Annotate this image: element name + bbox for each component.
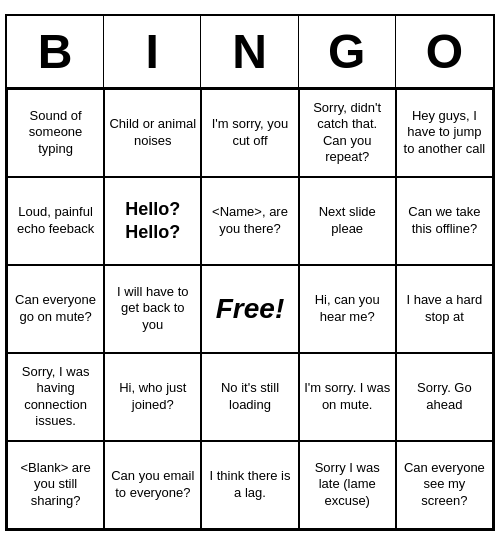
bingo-letter-o: O	[396, 16, 493, 87]
bingo-letter-g: G	[299, 16, 396, 87]
bingo-cell-10[interactable]: Can everyone go on mute?	[7, 265, 104, 353]
bingo-cell-15[interactable]: Sorry, I was having connection issues.	[7, 353, 104, 441]
bingo-cell-21[interactable]: Can you email to everyone?	[104, 441, 201, 529]
bingo-cell-2[interactable]: I'm sorry, you cut off	[201, 89, 298, 177]
bingo-cell-5[interactable]: Loud, painful echo feeback	[7, 177, 104, 265]
bingo-letter-n: N	[201, 16, 298, 87]
bingo-cell-8[interactable]: Next slide pleae	[299, 177, 396, 265]
bingo-grid: Sound of someone typingChild or animal n…	[7, 89, 493, 529]
bingo-cell-18[interactable]: I'm sorry. I was on mute.	[299, 353, 396, 441]
bingo-header: BINGO	[7, 16, 493, 89]
bingo-cell-9[interactable]: Can we take this offline?	[396, 177, 493, 265]
bingo-card: BINGO Sound of someone typingChild or an…	[5, 14, 495, 531]
bingo-letter-i: I	[104, 16, 201, 87]
bingo-cell-14[interactable]: I have a hard stop at	[396, 265, 493, 353]
bingo-letter-b: B	[7, 16, 104, 87]
bingo-cell-20[interactable]: <Blank> are you still sharing?	[7, 441, 104, 529]
bingo-cell-7[interactable]: <Name>, are you there?	[201, 177, 298, 265]
bingo-cell-6[interactable]: Hello? Hello?	[104, 177, 201, 265]
bingo-cell-22[interactable]: I think there is a lag.	[201, 441, 298, 529]
bingo-cell-24[interactable]: Can everyone see my screen?	[396, 441, 493, 529]
bingo-cell-11[interactable]: I will have to get back to you	[104, 265, 201, 353]
bingo-cell-16[interactable]: Hi, who just joined?	[104, 353, 201, 441]
bingo-cell-3[interactable]: Sorry, didn't catch that. Can you repeat…	[299, 89, 396, 177]
bingo-cell-4[interactable]: Hey guys, I have to jump to another call	[396, 89, 493, 177]
bingo-cell-1[interactable]: Child or animal noises	[104, 89, 201, 177]
bingo-cell-23[interactable]: Sorry I was late (lame excuse)	[299, 441, 396, 529]
bingo-cell-19[interactable]: Sorry. Go ahead	[396, 353, 493, 441]
bingo-cell-13[interactable]: Hi, can you hear me?	[299, 265, 396, 353]
bingo-cell-17[interactable]: No it's still loading	[201, 353, 298, 441]
bingo-cell-0[interactable]: Sound of someone typing	[7, 89, 104, 177]
bingo-cell-12[interactable]: Free!	[201, 265, 298, 353]
